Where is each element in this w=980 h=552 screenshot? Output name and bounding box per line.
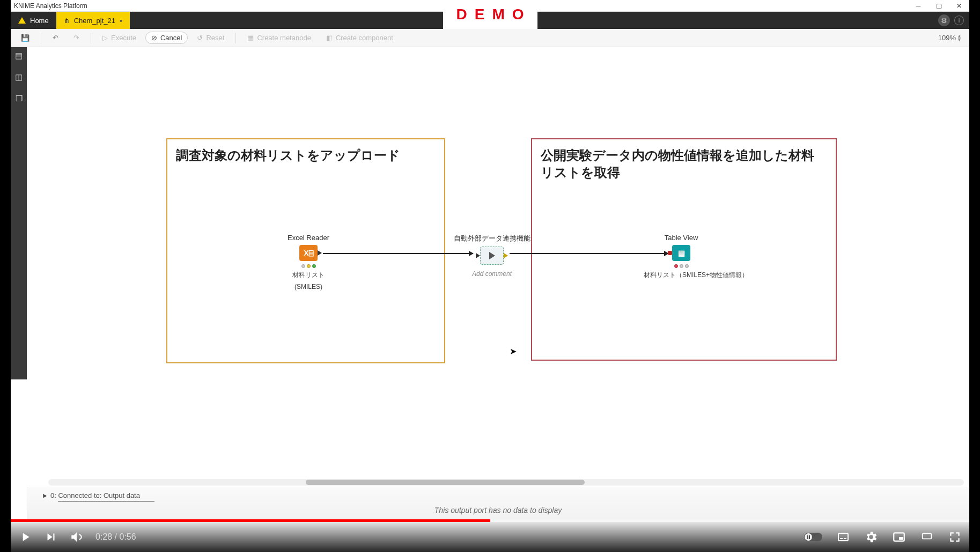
reset-icon: ↺ [197, 34, 203, 42]
captions-button[interactable] [836, 530, 850, 544]
chevron-down-icon: ▼ [957, 38, 962, 42]
excel-icon: X⌸ [304, 249, 313, 257]
zoom-value: 109% [938, 34, 956, 42]
execute-label: Execute [111, 34, 136, 42]
settings-button[interactable]: ⚙ [938, 14, 950, 26]
output-panel: ▶ 0: Connected to: Output data This outp… [27, 488, 969, 522]
side-panel-icon[interactable]: ▤ [13, 50, 24, 61]
save-icon: 💾 [21, 34, 30, 42]
redo-icon: ↷ [73, 34, 79, 42]
tab-home-label: Home [30, 17, 49, 25]
node-metanode[interactable]: 自動外部データ連携機能 Add comment [452, 234, 532, 278]
svg-rect-5 [923, 533, 932, 539]
side-tag-icon[interactable]: ◫ [13, 72, 24, 83]
horizontal-scrollbar[interactable] [48, 479, 964, 486]
dirty-indicator: • [120, 16, 122, 25]
workflow-canvas[interactable]: 調査対象の材料リストをアップロード 公開実験データ内の物性値情報を追加した材料リ… [27, 47, 969, 488]
app-title: KNIME Analytics Platform [14, 2, 87, 10]
reset-button[interactable]: ↺ Reset [191, 32, 230, 44]
autoplay-toggle[interactable] [804, 533, 822, 541]
node-excel-reader[interactable]: Excel Reader X⌸ 材料リスト (SMILES) [279, 234, 338, 291]
create-component-button[interactable]: ◧ Create component [320, 32, 399, 44]
scrollbar-thumb[interactable] [306, 480, 585, 485]
component-icon: ◧ [326, 34, 333, 42]
svg-rect-2 [844, 538, 846, 539]
cancel-icon: ⊘ [151, 34, 157, 42]
mouse-cursor-icon: ➤ [510, 346, 517, 356]
node-metanode-name: 自動外部データ連携機能 [452, 234, 532, 243]
node-table-view-status [644, 264, 719, 268]
settings-button[interactable] [864, 530, 878, 544]
create-metanode-button[interactable]: ▦ Create metanode [241, 32, 316, 44]
video-current-time: 0:28 [95, 532, 112, 541]
share-icon: ⋔ [64, 17, 70, 25]
minimize-button[interactable]: ─ [908, 1, 929, 11]
output-tab-label[interactable]: 0: Connected to: Output data [50, 491, 140, 499]
volume-button[interactable] [70, 530, 84, 544]
close-button[interactable]: ✕ [949, 1, 969, 11]
port-out-icon[interactable] [318, 250, 322, 256]
play-icon [489, 252, 495, 259]
side-cube-icon[interactable]: ❒ [13, 93, 24, 104]
metanode-icon: ▦ [247, 34, 254, 42]
next-button[interactable] [44, 530, 58, 544]
expand-icon[interactable]: ▶ [43, 493, 47, 498]
node-excel-reader-sub1: 材料リスト [279, 271, 338, 280]
info-icon: i [959, 17, 960, 24]
table-icon: ▦ [678, 249, 685, 257]
play-button[interactable] [18, 530, 32, 544]
node-excel-reader-sub2: (SMILES) [279, 283, 338, 292]
add-comment-link[interactable]: Add comment [452, 270, 532, 278]
video-controls: 0:28 / 0:56 [11, 522, 969, 552]
svg-rect-0 [838, 533, 848, 541]
miniplayer-button[interactable] [892, 530, 906, 544]
annotation-upload-title: 調査対象の材料リストをアップロード [167, 139, 444, 164]
node-table-view-sub: 材料リスト（SMILES+物性値情報） [644, 271, 719, 280]
save-button[interactable]: 💾 [15, 32, 35, 44]
video-time: 0:28 / 0:56 [95, 532, 136, 542]
port-in-icon[interactable] [668, 251, 672, 255]
tab-home[interactable]: Home [11, 12, 56, 29]
video-duration: 0:56 [119, 532, 136, 541]
tab-workflow[interactable]: ⋔ Chem_pjt_21 • [56, 12, 130, 29]
svg-rect-1 [840, 538, 843, 539]
undo-icon: ↶ [53, 34, 58, 42]
node-table-view-name: Table View [644, 234, 719, 242]
tab-workflow-label: Chem_pjt_21 [74, 17, 115, 25]
execute-button[interactable]: ▷ Execute [97, 32, 142, 44]
reset-label: Reset [206, 34, 224, 42]
annotation-result-title: 公開実験データ内の物性値情報を追加した材料リストを取得 [532, 139, 836, 182]
connection-1[interactable] [323, 253, 473, 254]
fullscreen-button[interactable] [948, 530, 962, 544]
port-out-icon[interactable] [504, 253, 508, 258]
maximize-button[interactable]: ▢ [929, 1, 949, 11]
demo-label: DEMO [443, 0, 537, 29]
knime-logo-icon [18, 17, 26, 24]
cancel-button[interactable]: ⊘ Cancel [145, 32, 188, 44]
output-empty-msg: This output port has no data to display [27, 503, 969, 514]
redo-button[interactable]: ↷ [68, 32, 85, 44]
zoom-control[interactable]: 109% ▲▼ [938, 34, 965, 42]
toolbar: 💾 ↶ ↷ ▷ Execute ⊘ Cancel ↺ Reset ▦ Creat… [11, 29, 969, 47]
node-excel-reader-name: Excel Reader [279, 234, 338, 242]
svg-rect-4 [899, 537, 903, 540]
create-metanode-label: Create metanode [257, 34, 311, 42]
node-table-view-body[interactable]: ▦ [672, 245, 690, 261]
play-icon: ▷ [102, 34, 108, 42]
port-in-icon[interactable] [476, 253, 480, 258]
create-component-label: Create component [336, 34, 393, 42]
node-table-view[interactable]: Table View ▦ 材料リスト（SMILES+物性値情報） [644, 234, 719, 280]
theater-button[interactable] [920, 530, 934, 544]
info-button[interactable]: i [954, 16, 964, 25]
node-excel-reader-status [279, 264, 338, 268]
cancel-label: Cancel [160, 34, 182, 42]
gear-icon: ⚙ [941, 17, 947, 25]
node-metanode-body[interactable] [480, 247, 504, 265]
node-excel-reader-body[interactable]: X⌸ [299, 245, 318, 261]
undo-button[interactable]: ↶ [47, 32, 64, 44]
side-rail: ▤ ◫ ❒ [11, 47, 27, 379]
